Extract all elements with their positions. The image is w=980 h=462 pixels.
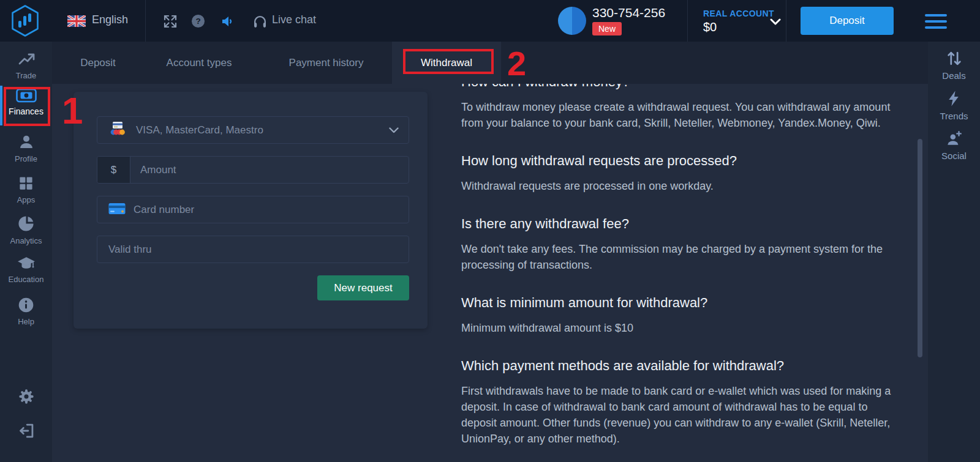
- faq-question: How long withdrawal requests are process…: [461, 152, 900, 170]
- sidebar-item-education[interactable]: Education: [0, 256, 52, 284]
- info-icon: [18, 297, 34, 313]
- faq-answer: To withdraw money please create a withdr…: [461, 99, 900, 131]
- valid-thru-input[interactable]: [97, 236, 409, 263]
- bank-cards-icon: [108, 121, 127, 139]
- top-header: English ? Live chat 330-754-256 New: [0, 0, 980, 42]
- faq-scrollbar[interactable]: [918, 139, 922, 357]
- graduation-cap-icon: [17, 256, 36, 271]
- amount-input[interactable]: [130, 157, 409, 183]
- faq-question: Which payment methods are available for …: [461, 357, 900, 375]
- person-icon: [18, 133, 35, 151]
- sidebar-item-trends[interactable]: Trends: [928, 90, 980, 121]
- payment-method-select[interactable]: VISA, MasterCard, Maestro: [97, 116, 409, 144]
- faq-answer: We don't take any fees. The commission m…: [461, 241, 900, 273]
- uk-flag-icon[interactable]: [67, 15, 86, 29]
- logout-icon: [18, 422, 35, 439]
- sidebar-item-profile[interactable]: Profile: [0, 133, 52, 163]
- live-chat-button[interactable]: Live chat: [272, 13, 316, 26]
- headset-icon: [252, 14, 268, 32]
- grid-icon: [18, 175, 34, 192]
- header-divider: [786, 0, 786, 42]
- chevron-down-icon: [389, 125, 399, 136]
- card-number-input[interactable]: [126, 196, 409, 223]
- deposit-button[interactable]: Deposit: [801, 7, 894, 35]
- tab-deposit[interactable]: Deposit: [67, 42, 129, 84]
- sidebar-item-social[interactable]: Social: [928, 130, 980, 161]
- sidebar-item-help[interactable]: Help: [0, 297, 52, 326]
- person-plus-icon: [946, 130, 963, 147]
- sound-speaker-icon[interactable]: [221, 14, 235, 31]
- account-balance: $0: [703, 20, 717, 34]
- sidebar-item-analytics[interactable]: Analytics: [0, 215, 52, 245]
- annotation-box-withdrawal: [403, 49, 494, 74]
- annotation-box-finances: [4, 87, 50, 126]
- avatar[interactable]: [558, 7, 586, 35]
- faq-answer: Minimum withdrawal amount is $10: [461, 320, 900, 336]
- withdrawal-form-panel: VISA, MasterCard, Maestro $ New: [74, 92, 428, 329]
- new-request-button[interactable]: New request: [317, 275, 409, 300]
- faq-question: What is minimum amount for withdrawal?: [461, 294, 900, 312]
- status-badge-new: New: [592, 22, 622, 35]
- account-id: 330-754-256: [592, 6, 665, 20]
- sidebar-item-apps[interactable]: Apps: [0, 175, 52, 204]
- logo-hexagon-icon: [10, 4, 40, 37]
- faq-question: Is there any withdrawal fee?: [461, 215, 900, 233]
- sidebar-item-trade[interactable]: Trade: [0, 51, 52, 80]
- credit-card-icon: [108, 203, 126, 217]
- app-logo[interactable]: [10, 4, 40, 40]
- amount-field[interactable]: $: [97, 156, 409, 184]
- faq-question: How can I withdraw money?: [461, 84, 900, 91]
- settings-button[interactable]: [0, 388, 52, 408]
- annotation-step-2: 2: [507, 47, 526, 81]
- faq-answer: Withdrawal requests are processed in one…: [461, 178, 900, 194]
- lightning-icon: [946, 90, 962, 107]
- faq-answer: First withdrawals have to be made to ban…: [461, 383, 900, 447]
- pie-chart-icon: [17, 215, 35, 233]
- chevron-down-icon[interactable]: [770, 17, 781, 28]
- tab-payment-history[interactable]: Payment history: [279, 42, 374, 84]
- header-divider: [145, 0, 146, 42]
- account-type-label: REAL ACCOUNT: [703, 9, 774, 18]
- logout-button[interactable]: [0, 422, 52, 442]
- sidebar-item-deals[interactable]: Deals: [928, 50, 980, 81]
- svg-text:?: ?: [195, 17, 200, 26]
- settings-gear-icon: [18, 388, 35, 405]
- widgets-sidebar: Deals Trends Social: [928, 42, 980, 462]
- menu-hamburger-icon[interactable]: [925, 14, 947, 29]
- fullscreen-icon[interactable]: [163, 14, 178, 31]
- withdrawal-faq: How can I withdraw money? To withdraw mo…: [461, 84, 900, 447]
- language-selector[interactable]: English: [92, 13, 128, 26]
- annotation-step-1: 1: [62, 92, 83, 130]
- header-divider: [687, 0, 688, 42]
- tab-account-types[interactable]: Account types: [156, 42, 242, 84]
- trend-up-icon: [17, 51, 36, 67]
- arrows-up-down-icon: [946, 50, 962, 67]
- content-area: VISA, MasterCard, Maestro $ New: [52, 84, 928, 462]
- currency-prefix: $: [97, 157, 130, 183]
- help-circle-icon[interactable]: ?: [191, 14, 205, 31]
- valid-thru-field[interactable]: [97, 236, 409, 263]
- payment-method-value: VISA, MasterCard, Maestro: [136, 124, 263, 136]
- card-number-field[interactable]: [97, 196, 409, 223]
